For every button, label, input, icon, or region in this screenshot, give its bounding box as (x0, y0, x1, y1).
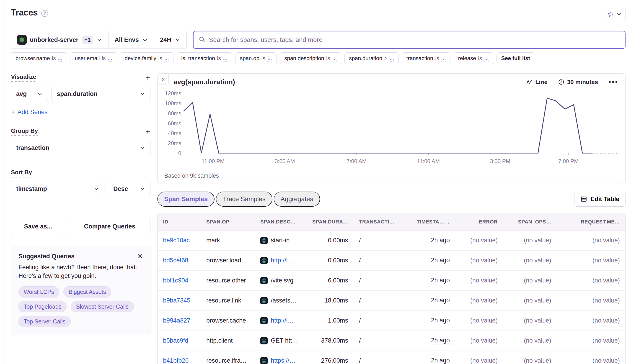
span-id-link[interactable]: b994a827 (163, 317, 190, 324)
cell-span-description: https://… (255, 351, 310, 364)
cell-id: be9c10ac (158, 230, 201, 250)
span-id-link[interactable]: b9ba7345 (163, 297, 190, 304)
column-header[interactable]: REQUEST.ME… (557, 213, 625, 230)
timestamp-value[interactable]: 2h ago (431, 357, 450, 364)
cell-span-ops: (no value) (503, 331, 557, 351)
project-icon (17, 35, 27, 45)
group-by-select[interactable]: transaction (11, 140, 150, 156)
cell-error: (no value) (455, 270, 503, 291)
span-id-link[interactable]: b5bac9fd (163, 337, 188, 344)
x-axis-tick-label: 11:00 PM (201, 158, 224, 164)
cell-id: b994a827 (158, 311, 201, 331)
chart-interval-control[interactable]: 30 minutes (558, 78, 598, 86)
chart-x-axis: 11:00 PM3:00 AM7:00 AM11:00 AM3:00 PM7:0… (183, 155, 618, 167)
cell-transaction: / (354, 230, 399, 250)
collapse-sidebar-button[interactable]: « (157, 73, 169, 85)
timestamp-value[interactable]: 2h ago (431, 237, 450, 244)
project-name: unborked-server (30, 36, 78, 44)
span-description-text: /assets… (271, 297, 296, 304)
column-header-label: ERROR (479, 219, 498, 225)
span-id-link[interactable]: b41bfb26 (163, 357, 189, 364)
column-header[interactable]: TIMESTA…↓ (399, 213, 455, 230)
cell-span-op: resource.ifra… (201, 351, 255, 364)
chart-overflow-menu[interactable]: ••• (608, 78, 618, 86)
column-header[interactable]: SPAN.DESC… (255, 213, 310, 230)
chart-type-control[interactable]: Line (526, 78, 547, 86)
suggested-query-chip[interactable]: Top Server Calls (19, 316, 71, 327)
timestamp-value[interactable]: 2h ago (431, 337, 450, 344)
line-chart-icon (526, 79, 532, 85)
add-series-button[interactable]: + Add Series (11, 108, 150, 116)
filter-token[interactable]: is_transactionis... (177, 52, 232, 64)
chevron-down-icon (616, 12, 622, 18)
x-axis-tick-label: 3:00 AM (275, 158, 295, 164)
filter-token[interactable]: span.descriptionis... (280, 52, 341, 64)
timestamp-value[interactable]: 2h ago (431, 277, 450, 284)
date-range-selector[interactable]: 24H (154, 31, 186, 48)
filter-token[interactable]: span.opis... (235, 52, 276, 64)
add-visualize-button[interactable]: + (145, 73, 150, 82)
save-as-button[interactable]: Save as... (11, 218, 65, 235)
react-icon (260, 257, 268, 264)
tab-span-samples[interactable]: Span Samples (157, 192, 214, 206)
add-group-by-button[interactable]: + (145, 127, 150, 136)
whats-new-button[interactable] (604, 8, 625, 21)
filter-token[interactable]: device.familyis... (120, 52, 173, 64)
chevron-down-icon (37, 91, 43, 96)
column-header[interactable]: TRANSACTI… (354, 213, 399, 230)
column-header[interactable]: SPAN.DURA… (310, 213, 354, 230)
suggested-query-chip[interactable]: Top Pageloads (19, 301, 67, 312)
suggested-query-chip[interactable]: Worst LCPs (19, 286, 59, 298)
compare-queries-button[interactable]: Compare Queries (69, 218, 150, 235)
filter-token-key: device.family (125, 55, 156, 62)
timestamp-value[interactable]: 2h ago (431, 317, 450, 324)
span-id-link[interactable]: bbf1c904 (163, 277, 188, 284)
cell-span-duration: 18.00ms (310, 291, 354, 311)
filter-token[interactable]: span.duration>... (345, 52, 399, 64)
filter-token-op: is (478, 55, 482, 62)
span-id-link[interactable]: be9c10ac (163, 237, 190, 244)
sort-field-select[interactable]: timestamp (11, 181, 104, 197)
chart-plot[interactable] (183, 90, 618, 155)
column-header-label: TRANSACTI… (359, 219, 394, 225)
timestamp-value[interactable]: 2h ago (431, 297, 450, 304)
tab-trace-samples[interactable]: Trace Samples (216, 192, 272, 206)
close-icon[interactable]: × (138, 253, 143, 259)
help-icon[interactable]: ? (41, 10, 48, 17)
cell-transaction: / (354, 311, 399, 331)
span-description-text[interactable]: https://… (271, 357, 295, 364)
chevron-down-icon (175, 37, 181, 43)
suggested-query-chip[interactable]: Slowest Server Calls (71, 301, 134, 312)
span-id-link[interactable]: bd5cef68 (163, 257, 188, 264)
field-select[interactable]: span.duration (52, 86, 150, 102)
column-header[interactable]: SPAN.OP (201, 213, 255, 230)
filter-token-key: user.email (75, 55, 100, 62)
tab-aggregates[interactable]: Aggregates (274, 192, 320, 206)
column-header[interactable]: ID (158, 213, 201, 230)
span-description-text: GET htt… (271, 337, 298, 344)
column-header[interactable]: SPAN_OPS… (503, 213, 557, 230)
suggested-query-chip[interactable]: Biggest Assets (63, 286, 111, 298)
search-input[interactable] (209, 36, 620, 44)
filter-token[interactable]: browser.nameis... (11, 52, 67, 64)
cell-span-description: http://l… (255, 250, 310, 270)
column-header[interactable]: ERROR (455, 213, 503, 230)
project-selector[interactable]: unborked-server +1 (11, 31, 108, 48)
timestamp-value[interactable]: 2h ago (431, 257, 450, 264)
filter-token[interactable]: transactionis... (402, 52, 450, 64)
sort-direction-select[interactable]: Desc (108, 181, 150, 197)
cell-error: (no value) (455, 351, 503, 364)
see-full-list-button[interactable]: See full list (496, 52, 535, 64)
search-box[interactable] (193, 31, 625, 49)
span-description-text[interactable]: http://l… (271, 257, 294, 264)
cell-span-duration: 378.00ms (310, 331, 354, 351)
x-axis-tick-label: 7:00 AM (347, 158, 367, 164)
span-description-text[interactable]: http://l… (271, 317, 294, 324)
filter-token-op: is (158, 55, 162, 62)
filter-token[interactable]: releaseis... (454, 52, 493, 64)
edit-table-button[interactable]: Edit Table (574, 192, 625, 206)
aggregate-select[interactable]: avg (11, 86, 48, 102)
filter-token[interactable]: user.emailis... (70, 52, 117, 64)
environment-selector[interactable]: All Envs (108, 31, 154, 48)
y-axis-tick-label: 60ms (168, 120, 181, 127)
